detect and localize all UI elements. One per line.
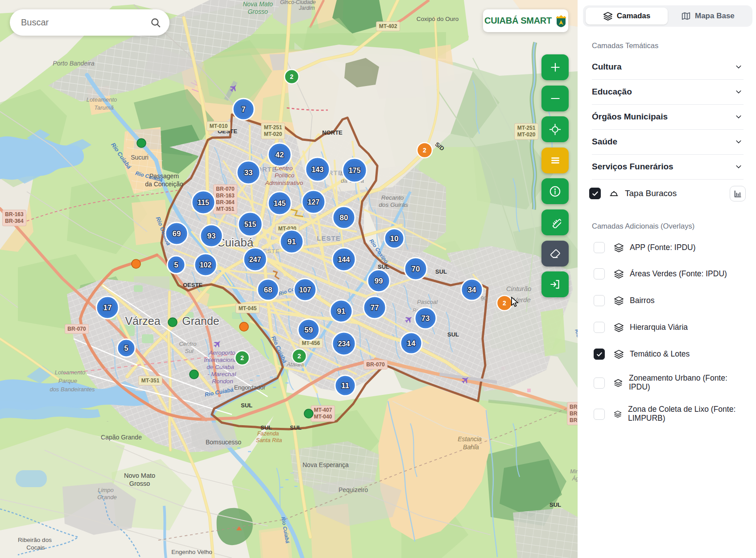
svg-text:144: 144 (338, 256, 350, 263)
svg-text:da Conceição: da Conceição (145, 181, 183, 188)
svg-text:SUL: SUL (447, 331, 459, 338)
svg-text:90: 90 (481, 295, 487, 302)
svg-text:Min: Min (570, 468, 578, 475)
svg-text:SUL: SUL (260, 424, 272, 431)
svg-text:LESTE: LESTE (107, 421, 108, 422)
svg-text:Tarumã: Tarumã (94, 104, 114, 111)
svg-text:dos Bandeirantes: dos Bandeirantes (50, 386, 95, 393)
svg-text:BR-070: BR-070 (366, 361, 385, 368)
svg-text:91: 91 (337, 307, 346, 316)
svg-text:Capão Grande: Capão Grande (101, 434, 142, 441)
svg-text:2: 2 (503, 300, 506, 307)
svg-text:59: 59 (305, 326, 313, 334)
svg-text:Santa Rita: Santa Rita (256, 437, 282, 443)
svg-text:MT-351: MT-351 (141, 377, 160, 384)
svg-text:42: 42 (276, 151, 284, 159)
svg-text:Várzea: Várzea (125, 315, 160, 327)
svg-text:77: 77 (371, 304, 379, 312)
svg-text:Loteamento: Loteamento (55, 369, 86, 376)
svg-text:MT-010: MT-010 (210, 123, 228, 129)
svg-text:Pascoal: Pascoal (417, 299, 438, 305)
svg-text:Internacional: Internacional (204, 357, 239, 363)
svg-text:127: 127 (308, 198, 320, 206)
svg-text:Rondon: Rondon (212, 378, 233, 385)
svg-text:MT-040: MT-040 (314, 414, 332, 420)
svg-text:102: 102 (200, 261, 212, 269)
svg-text:MT-020: MT-020 (517, 131, 536, 138)
svg-text:BR-163: BR-163 (5, 211, 24, 217)
svg-text:BR-070: BR-070 (216, 186, 235, 192)
svg-text:Sucuri: Sucuri (131, 154, 149, 161)
svg-text:91: 91 (288, 238, 296, 246)
svg-text:515: 515 (244, 221, 256, 228)
svg-text:145: 145 (274, 200, 286, 207)
svg-text:Nova Esperança: Nova Esperança (302, 461, 349, 468)
svg-text:Jardim: Jardim (298, 5, 315, 11)
svg-text:5: 5 (174, 261, 178, 269)
svg-text:SUL: SUL (435, 268, 447, 275)
svg-text:33: 33 (244, 168, 253, 177)
svg-text:LESTE: LESTE (317, 234, 340, 242)
svg-text:Sul: Sul (185, 348, 194, 354)
svg-text:5: 5 (124, 344, 128, 353)
svg-text:Estancia: Estancia (458, 435, 482, 443)
svg-text:Grosso: Grosso (129, 480, 150, 487)
svg-text:MT-020: MT-020 (264, 131, 282, 137)
svg-text:MT-251: MT-251 (517, 125, 536, 131)
svg-text:69: 69 (173, 230, 181, 238)
svg-text:NORTE: NORTE (322, 129, 343, 136)
svg-text:Administrativo: Administrativo (265, 180, 303, 186)
svg-text:Loteamento: Loteamento (87, 96, 117, 103)
svg-text:99: 99 (375, 277, 383, 285)
svg-text:Ág: Ág (572, 475, 578, 482)
svg-text:2: 2 (297, 353, 301, 360)
svg-text:93: 93 (207, 232, 216, 240)
svg-text:73: 73 (421, 314, 430, 323)
svg-text:BR-163: BR-163 (216, 193, 235, 199)
svg-text:247: 247 (249, 256, 261, 263)
svg-text:Recanto: Recanto (381, 194, 404, 201)
svg-text:Parque: Parque (58, 377, 77, 384)
svg-text:Ribeirão dos: Ribeirão dos (18, 537, 52, 543)
svg-text:Bahia: Bahia (463, 443, 479, 451)
svg-text:234: 234 (338, 340, 350, 348)
svg-text:BR-364: BR-364 (5, 218, 24, 224)
svg-text:Grande: Grande (97, 494, 116, 501)
svg-text:107: 107 (299, 286, 311, 294)
svg-text:Grande: Grande (182, 315, 219, 327)
svg-text:Engenho Velho: Engenho Velho (171, 549, 212, 555)
svg-text:SUL: SUL (241, 402, 252, 409)
svg-text:OESTE: OESTE (183, 282, 202, 288)
svg-text:Pequizeiro: Pequizeiro (339, 486, 368, 493)
svg-text:14: 14 (407, 339, 416, 348)
svg-text:Centro: Centro (179, 341, 196, 347)
svg-text:MT-407: MT-407 (314, 407, 332, 413)
svg-text:BR-364: BR-364 (216, 199, 235, 205)
svg-text:2: 2 (240, 354, 244, 361)
svg-text:Bomsucesso: Bomsucesso (206, 439, 241, 446)
svg-text:7: 7 (241, 105, 245, 114)
svg-text:Limpo: Limpo (98, 487, 113, 493)
svg-text:143: 143 (312, 166, 324, 173)
svg-text:Engordador: Engordador (234, 384, 266, 391)
svg-text:17: 17 (103, 304, 112, 312)
svg-text:SUL: SUL (549, 501, 561, 508)
svg-text:dos Guirás: dos Guirás (379, 201, 408, 208)
svg-text:Nova Mato: Nova Mato (243, 0, 273, 8)
svg-text:BR-1: BR-1 (570, 410, 578, 417)
svg-text:34: 34 (468, 286, 476, 294)
svg-text:Político: Político (275, 172, 295, 179)
svg-text:175: 175 (349, 167, 361, 174)
svg-text:Grosso: Grosso (248, 8, 268, 15)
svg-text:2: 2 (423, 147, 426, 154)
svg-text:SUL: SUL (290, 424, 302, 431)
svg-text:11: 11 (341, 382, 349, 390)
svg-text:68: 68 (264, 286, 273, 294)
svg-text:BR-0: BR-0 (570, 404, 578, 410)
svg-text:70: 70 (412, 265, 420, 273)
svg-text:MT-402: MT-402 (379, 23, 397, 29)
svg-text:Cinturão: Cinturão (506, 285, 532, 292)
svg-text:115: 115 (198, 199, 209, 206)
svg-text:de Cuiabá: de Cuiabá (207, 364, 234, 370)
svg-text:Porto Bandeira: Porto Bandeira (53, 60, 95, 67)
